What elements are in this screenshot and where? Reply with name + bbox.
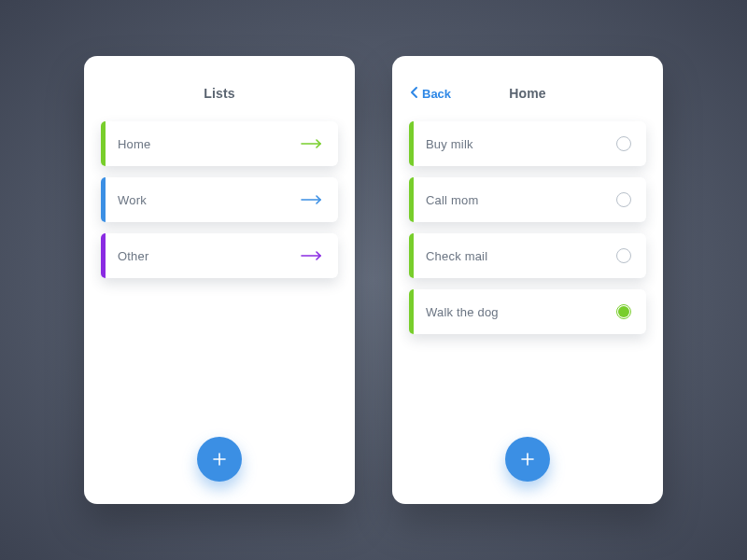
accent-bar (409, 121, 414, 166)
task-label: Buy milk (426, 137, 616, 151)
task-checkbox[interactable] (616, 192, 631, 207)
back-label: Back (422, 87, 451, 101)
chevron-left-icon (409, 86, 420, 102)
accent-bar (409, 233, 414, 278)
lists-container: Home Work Other (101, 121, 338, 278)
back-button[interactable]: Back (409, 86, 451, 102)
task-label: Check mail (426, 249, 616, 263)
task-item[interactable]: Call mom (409, 177, 646, 222)
task-label: Walk the dog (426, 305, 616, 319)
accent-bar (409, 289, 414, 334)
accent-bar (101, 233, 106, 278)
task-item[interactable]: Buy milk (409, 121, 646, 166)
accent-bar (101, 177, 106, 222)
tasks-header: Back Home (409, 77, 646, 110)
accent-bar (101, 121, 106, 166)
add-list-button[interactable] (197, 437, 242, 482)
plus-icon (210, 450, 229, 469)
accent-bar (409, 177, 414, 222)
list-item-label: Other (118, 249, 301, 263)
add-task-button[interactable] (505, 437, 550, 482)
tasks-title: Home (509, 86, 546, 101)
task-checkbox[interactable] (616, 136, 631, 151)
lists-panel: Lists Home Work Other (84, 56, 355, 504)
task-item[interactable]: Walk the dog (409, 289, 646, 334)
task-label: Call mom (426, 193, 616, 207)
list-item-home[interactable]: Home (101, 121, 338, 166)
tasks-container: Buy milk Call mom Check mail Walk the do… (409, 121, 646, 334)
arrow-right-icon (301, 251, 323, 260)
arrow-right-icon (301, 139, 323, 148)
task-item[interactable]: Check mail (409, 233, 646, 278)
task-checkbox[interactable] (616, 248, 631, 263)
tasks-panel: Back Home Buy milk Call mom Check mail W… (392, 56, 663, 504)
list-item-label: Home (118, 137, 301, 151)
plus-icon (518, 450, 537, 469)
list-item-other[interactable]: Other (101, 233, 338, 278)
list-item-work[interactable]: Work (101, 177, 338, 222)
lists-header: Lists (101, 77, 338, 110)
lists-title: Lists (204, 86, 235, 101)
list-item-label: Work (118, 193, 301, 207)
arrow-right-icon (301, 195, 323, 204)
task-checkbox[interactable] (616, 304, 631, 319)
